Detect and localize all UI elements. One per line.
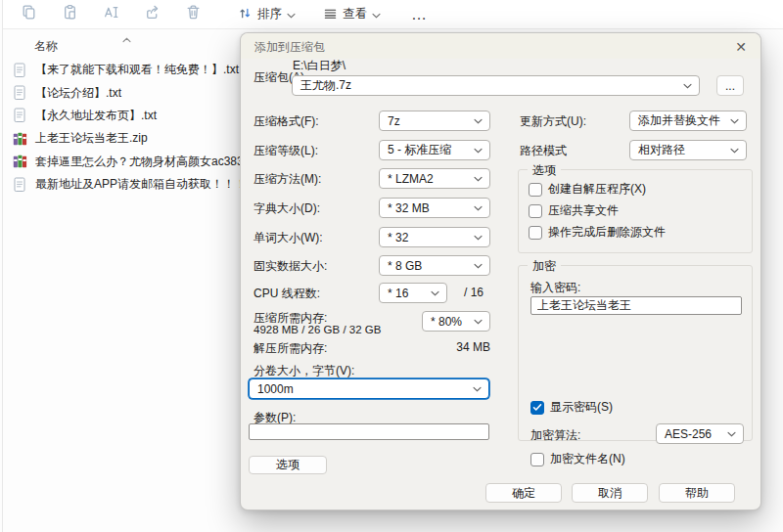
text-file-icon (12, 85, 27, 101)
explorer-toolbar: 排序 查看 … (3, 0, 783, 29)
compress-shared-label: 压缩共享文件 (548, 202, 619, 219)
list-item[interactable]: 【永久地址发布页】.txt (12, 105, 247, 127)
format-combobox[interactable]: 7z (379, 111, 490, 131)
chevron-down-icon (287, 8, 296, 22)
close-icon[interactable]: ✕ (730, 37, 752, 56)
path-mode-value: 相对路径 (638, 142, 685, 158)
sort-arrows-icon (238, 6, 253, 23)
text-file-icon (12, 177, 27, 193)
delete-button[interactable] (176, 3, 209, 26)
paste-button[interactable] (53, 3, 86, 26)
cpu-threads-value: * 16 (388, 287, 408, 300)
ok-button[interactable]: 确定 (485, 483, 562, 503)
file-name: 【来了就能下载和观看！纯免费！】.txt (35, 62, 239, 78)
memory-compress-detail: 4928 MB / 26 GB / 32 GB (253, 324, 381, 335)
dictionary-combobox[interactable]: * 32 MB (379, 198, 490, 218)
password-input[interactable] (530, 296, 742, 315)
column-header-name[interactable]: 名称 (34, 38, 58, 55)
encryption-group: 加密 输入密码: 显示密码(S) 加密算法: AES-256 加密文件名(N) (518, 265, 753, 441)
algorithm-value: AES-256 (665, 427, 712, 441)
share-icon (144, 4, 161, 24)
update-mode-combobox[interactable]: 添加并替换文件 (629, 111, 747, 131)
solid-size-label: 固实数据大小: (253, 258, 327, 275)
rename-icon (103, 4, 119, 24)
show-password-label: 显示密码(S) (550, 399, 613, 416)
method-value: * LZMA2 (388, 172, 434, 186)
archive-name-value: 王尤物.7z (300, 77, 351, 94)
cpu-threads-max: / 16 (464, 286, 484, 299)
chevron-down-icon (474, 235, 483, 241)
create-sfx-checkbox[interactable]: 创建自解压程序(X) (529, 181, 646, 198)
file-name: 【论坛介绍】.txt (35, 85, 121, 102)
level-value: 5 - 标准压缩 (388, 142, 451, 158)
chevron-down-icon (372, 8, 381, 22)
path-mode-combobox[interactable]: 相对路径 (629, 140, 747, 160)
cancel-button[interactable]: 取消 (572, 483, 648, 503)
chevron-down-icon (474, 263, 483, 269)
chevron-down-icon (730, 118, 739, 124)
trash-icon (185, 4, 202, 24)
update-mode-value: 添加并替换文件 (638, 112, 720, 129)
add-to-archive-dialog: 添加到压缩包 ✕ 压缩包(A) E:\白日梦\ 王尤物.7z ... 压缩格式(… (240, 32, 761, 510)
chevron-down-icon (727, 431, 736, 437)
list-item[interactable]: 套掉逼里怎么办？尤物身材高颜女ac383... (12, 151, 247, 173)
file-name: 上老王论坛当老王.zip (35, 130, 148, 147)
share-button[interactable] (135, 3, 168, 26)
view-button[interactable]: 查看 (316, 3, 388, 26)
memory-decompress-label: 解压所需内存: (253, 340, 327, 357)
options-group-title: 选项 (528, 162, 561, 179)
solid-size-combobox[interactable]: * 8 GB (379, 255, 490, 276)
list-item[interactable]: 最新地址及APP请发邮箱自动获取！！！.... (12, 173, 247, 196)
parameters-input[interactable] (249, 423, 489, 440)
file-name: 【永久地址发布页】.txt (35, 108, 157, 124)
volume-size-label: 分卷大小，字节(V): (253, 363, 354, 379)
encrypt-filenames-checkbox[interactable]: 加密文件名(N) (530, 451, 625, 467)
update-mode-label: 更新方式(U): (520, 113, 586, 130)
rename-button[interactable] (94, 3, 127, 26)
word-size-combobox[interactable]: * 32 (379, 227, 490, 247)
archive-file-icon (12, 154, 27, 169)
options-group: 选项 创建自解压程序(X) 压缩共享文件 操作完成后删除源文件 (518, 169, 753, 253)
list-item[interactable]: 【来了就能下载和观看！纯免费！】.txt (12, 59, 247, 81)
word-size-label: 单词大小(W): (253, 230, 323, 246)
level-combobox[interactable]: 5 - 标准压缩 (379, 140, 490, 160)
sort-ascending-icon (122, 29, 131, 47)
checkbox-unchecked-icon (529, 226, 542, 240)
chevron-down-icon (431, 290, 439, 296)
compress-shared-checkbox[interactable]: 压缩共享文件 (529, 202, 619, 219)
cpu-threads-combobox[interactable]: * 16 (379, 283, 447, 303)
list-item[interactable]: 【论坛介绍】.txt (12, 81, 247, 104)
chevron-down-icon (474, 118, 483, 124)
method-combobox[interactable]: * LZMA2 (379, 168, 490, 189)
file-name: 套掉逼里怎么办？尤物身材高颜女ac383... (35, 154, 253, 170)
memory-percent-combobox[interactable]: * 80% (422, 311, 490, 332)
chevron-down-icon (474, 176, 483, 182)
delete-after-checkbox[interactable]: 操作完成后删除源文件 (529, 224, 666, 241)
sort-label: 排序 (257, 6, 282, 22)
options-button[interactable]: 选项 (249, 456, 327, 474)
paste-icon (62, 4, 78, 24)
chevron-down-icon (473, 386, 482, 392)
word-size-value: * 32 (388, 231, 408, 244)
archive-name-combobox[interactable]: 王尤物.7z (292, 75, 700, 96)
chevron-down-icon (683, 83, 692, 89)
volume-size-combobox[interactable]: 1000m (249, 378, 489, 399)
more-options-button[interactable]: … (401, 6, 438, 23)
checkbox-checked-icon (530, 401, 544, 415)
copy-button[interactable] (12, 3, 45, 26)
help-button[interactable]: 帮助 (659, 483, 735, 503)
method-label: 压缩方法(M): (253, 171, 321, 188)
dialog-title: 添加到压缩包 (254, 39, 325, 56)
path-mode-label: 路径模式 (520, 143, 567, 159)
encryption-group-title: 加密 (528, 258, 561, 275)
copy-icon (21, 4, 37, 24)
password-label: 输入密码: (530, 280, 580, 296)
create-sfx-label: 创建自解压程序(X) (548, 181, 646, 198)
show-password-checkbox[interactable]: 显示密码(S) (530, 399, 613, 416)
checkbox-unchecked-icon (530, 453, 544, 466)
list-item[interactable]: 上老王论坛当老王.zip (12, 127, 247, 150)
dialog-titlebar: 添加到压缩包 ✕ (241, 33, 760, 59)
sort-button[interactable]: 排序 (231, 3, 302, 26)
browse-button[interactable]: ... (716, 75, 744, 96)
algorithm-combobox[interactable]: AES-256 (656, 423, 744, 444)
